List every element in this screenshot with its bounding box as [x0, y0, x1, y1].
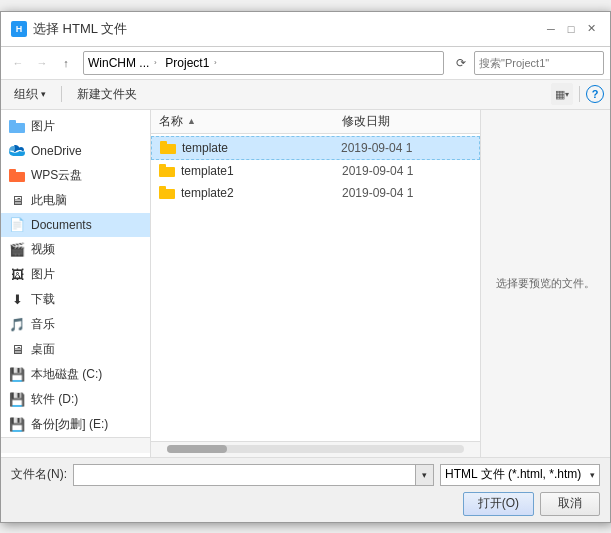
sidebar-item-backup-e[interactable]: 💾 备份[勿删] (E:) [1, 412, 150, 437]
backup-e-icon: 💾 [9, 416, 25, 432]
sidebar-label-desktop: 桌面 [31, 341, 55, 358]
sidebar-item-desktop[interactable]: 🖥 桌面 [1, 337, 150, 362]
local-c-icon: 💾 [9, 366, 25, 382]
file-item-name-template2: template2 [181, 186, 336, 200]
sidebar-item-images[interactable]: 🖼 图片 [1, 262, 150, 287]
sidebar-label-software-d: 软件 (D:) [31, 391, 78, 408]
title-icon: H [11, 21, 27, 37]
sidebar-item-videos[interactable]: 🎬 视频 [1, 237, 150, 262]
file-item-template1[interactable]: template1 2019-09-04 1 [151, 160, 480, 182]
filename-row: 文件名(N): ▾ HTML 文件 (*.html, *.htm) ▾ [11, 464, 600, 486]
open-button[interactable]: 打开(O) [463, 492, 534, 516]
breadcrumb-project1[interactable]: Project1 › [165, 51, 221, 75]
folder-icon-template2 [159, 186, 175, 199]
folder-icon-template1 [159, 164, 175, 177]
address-bar[interactable]: WinCHM ... › Project1 › [83, 51, 444, 75]
organize-label: 组织 [14, 86, 38, 103]
hscrollbar-track[interactable] [167, 445, 464, 453]
buttons-row: 打开(O) 取消 [11, 492, 600, 516]
sidebar-label-local-c: 本地磁盘 (C:) [31, 366, 102, 383]
music-icon: 🎵 [9, 316, 25, 332]
file-list-header: 名称 ▲ 修改日期 [151, 110, 480, 134]
col-date-label: 修改日期 [342, 113, 390, 130]
sidebar-item-pictures[interactable]: 图片 [1, 114, 150, 139]
hscrollbar-thumb[interactable] [167, 445, 227, 453]
sidebar-item-music[interactable]: 🎵 音乐 [1, 312, 150, 337]
up-button[interactable]: ↑ [55, 52, 77, 74]
sidebar-label-computer: 此电脑 [31, 192, 67, 209]
main-content: 图片 OneDrive WPS云盘 🖥 此电脑 📄 Documents [1, 110, 610, 457]
sidebar-item-local-c[interactable]: 💾 本地磁盘 (C:) [1, 362, 150, 387]
organize-chevron-icon: ▾ [41, 89, 46, 99]
title-controls: ─ □ ✕ [542, 20, 600, 38]
breadcrumb-chevron-0[interactable]: › [149, 51, 161, 75]
sidebar-item-wps[interactable]: WPS云盘 [1, 163, 150, 188]
file-list-scrollbar[interactable] [151, 441, 480, 457]
sidebar-label-documents: Documents [31, 218, 92, 232]
toolbar: ← → ↑ WinCHM ... › Project1 › ⟳ 🔍 [1, 47, 610, 80]
downloads-icon: ⬇ [9, 291, 25, 307]
file-list: 名称 ▲ 修改日期 template 2019-09-04 1 template… [151, 110, 480, 457]
breadcrumb-winchm[interactable]: WinCHM ... › [88, 51, 161, 75]
sidebar-item-software-d[interactable]: 💾 软件 (D:) [1, 387, 150, 412]
sort-arrow-icon: ▲ [187, 116, 196, 126]
minimize-button[interactable]: ─ [542, 20, 560, 38]
file-item-template2[interactable]: template2 2019-09-04 1 [151, 182, 480, 204]
forward-button[interactable]: → [31, 52, 53, 74]
onedrive-icon [9, 143, 25, 159]
title-bar: H 选择 HTML 文件 ─ □ ✕ [1, 12, 610, 47]
file-item-template[interactable]: template 2019-09-04 1 [151, 136, 480, 160]
sub-toolbar: 组织 ▾ 新建文件夹 ▦ ▾ ? [1, 80, 610, 110]
sidebar-item-documents[interactable]: 📄 Documents [1, 213, 150, 237]
sidebar-item-downloads[interactable]: ⬇ 下载 [1, 287, 150, 312]
videos-icon: 🎬 [9, 241, 25, 257]
computer-icon: 🖥 [9, 192, 25, 208]
sidebar-label-wps: WPS云盘 [31, 167, 82, 184]
documents-icon: 📄 [9, 217, 25, 233]
sidebar-label-backup-e: 备份[勿删] (E:) [31, 416, 108, 433]
refresh-button[interactable]: ⟳ [450, 52, 472, 74]
search-input[interactable] [479, 57, 611, 69]
maximize-button[interactable]: □ [562, 20, 580, 38]
help-icon: ? [592, 88, 599, 100]
new-folder-button[interactable]: 新建文件夹 [70, 83, 144, 106]
sidebar-item-onedrive[interactable]: OneDrive [1, 139, 150, 163]
view-icon: ▦ [555, 88, 565, 101]
back-button[interactable]: ← [7, 52, 29, 74]
folder-icon-template [160, 141, 176, 154]
file-item-name-template1: template1 [181, 164, 336, 178]
help-button[interactable]: ? [586, 85, 604, 103]
sidebar-label-videos: 视频 [31, 241, 55, 258]
file-item-name-template: template [182, 141, 335, 155]
sidebar-item-computer[interactable]: 🖥 此电脑 [1, 188, 150, 213]
search-box[interactable]: 🔍 [474, 51, 604, 75]
filename-input[interactable] [73, 464, 416, 486]
view-dropdown-icon: ▾ [565, 90, 569, 99]
title-bar-left: H 选择 HTML 文件 [11, 20, 127, 38]
toolbar-separator [61, 86, 62, 102]
filename-dropdown-button[interactable]: ▾ [416, 464, 434, 486]
filename-input-wrap: ▾ [73, 464, 434, 486]
desktop-icon: 🖥 [9, 341, 25, 357]
sidebar-label-images: 图片 [31, 266, 55, 283]
col-name-header[interactable]: 名称 ▲ [159, 113, 342, 130]
breadcrumb-chevron-1[interactable]: › [209, 51, 221, 75]
col-date-header[interactable]: 修改日期 [342, 113, 472, 130]
bottom-bar: 文件名(N): ▾ HTML 文件 (*.html, *.htm) ▾ 打开(O… [1, 457, 610, 522]
view-button[interactable]: ▦ ▾ [551, 83, 573, 105]
images-icon: 🖼 [9, 266, 25, 282]
file-item-date-template2: 2019-09-04 1 [342, 186, 472, 200]
filetype-select[interactable]: HTML 文件 (*.html, *.htm) ▾ [440, 464, 600, 486]
sidebar-label-onedrive: OneDrive [31, 144, 82, 158]
sidebar-label-downloads: 下载 [31, 291, 55, 308]
preview-area: 选择要预览的文件。 [480, 110, 610, 457]
organize-button[interactable]: 组织 ▾ [7, 83, 53, 106]
cancel-button[interactable]: 取消 [540, 492, 600, 516]
wps-icon [9, 167, 25, 183]
filetype-label: HTML 文件 (*.html, *.htm) [445, 466, 590, 483]
file-item-date-template: 2019-09-04 1 [341, 141, 471, 155]
preview-text: 选择要预览的文件。 [496, 276, 595, 291]
breadcrumb-path: WinCHM ... › Project1 › [84, 51, 443, 75]
close-button[interactable]: ✕ [582, 20, 600, 38]
dialog-title: 选择 HTML 文件 [33, 20, 127, 38]
